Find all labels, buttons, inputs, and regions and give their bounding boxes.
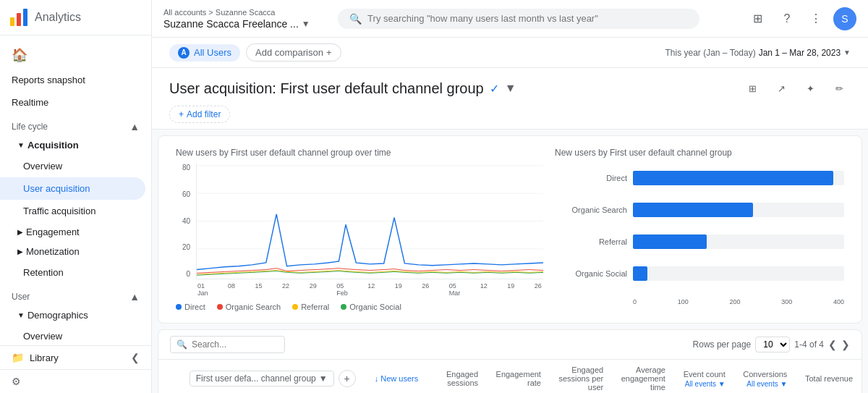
library-icon: 📁	[12, 352, 24, 363]
account-section: All accounts > Suzanne Scacca Suzanne Sc…	[163, 8, 310, 30]
engagement-expand-icon: ▶	[17, 228, 23, 236]
bar-x-200: 200	[729, 298, 740, 305]
conversions-sub[interactable]: All events ▼	[743, 380, 788, 388]
legend-label-referral: Referral	[301, 303, 329, 311]
bar-label-direct: Direct	[555, 174, 627, 182]
search-bar[interactable]: 🔍	[338, 9, 699, 29]
bar-x-100: 100	[678, 298, 689, 305]
page-title-text: User acquisition: First user default cha…	[169, 80, 484, 97]
demographics-group-label: Demographics	[27, 310, 88, 321]
main-content: All accounts > Suzanne Scacca Suzanne Sc…	[152, 0, 868, 393]
sidebar-item-library[interactable]: 📁 Library	[12, 352, 59, 363]
col-new-users: ↓ New users	[365, 360, 427, 393]
add-filter-bar: + Add filter	[152, 103, 868, 130]
page-content: A All Users Add comparison + This year (…	[152, 38, 868, 393]
bar-x-0: 0	[633, 298, 637, 305]
all-users-pill[interactable]: A All Users	[169, 44, 240, 62]
sidebar-label-overview: Overview	[23, 161, 62, 172]
x-label-jan29: 29	[310, 282, 317, 297]
share-button[interactable]: ↗	[770, 77, 793, 100]
table-search-input[interactable]	[192, 339, 278, 350]
sidebar-item-settings[interactable]: ⚙	[12, 376, 140, 387]
add-comparison-label: Add comparison	[255, 47, 323, 58]
account-chevron-icon: ▼	[302, 19, 310, 29]
x-label-feb26: 26	[422, 282, 429, 297]
sidebar-item-user-acquisition[interactable]: User acquisition	[0, 177, 145, 200]
avg-engagement-label: Averageengagementtime	[621, 365, 665, 392]
sidebar-item-realtime[interactable]: Realtime	[0, 91, 145, 114]
title-chevron-icon[interactable]: ▼	[505, 82, 516, 95]
x-label-mar12: 12	[480, 282, 488, 297]
grid-view-button[interactable]: ⊞	[741, 77, 764, 100]
bar-fill-direct	[633, 171, 833, 185]
breadcrumb: All accounts > Suzanne Scacca	[163, 8, 310, 17]
add-filter-button[interactable]: + Add filter	[169, 106, 230, 123]
event-count-label: Event count	[683, 370, 726, 379]
sidebar-group-monetization[interactable]: ▶ Monetization	[0, 242, 151, 261]
account-selector[interactable]: Suzanne Scacca Freelance ... ▼	[163, 18, 310, 30]
next-page-icon[interactable]: ❯	[841, 339, 850, 350]
avatar[interactable]: S	[833, 7, 856, 30]
help-icon[interactable]: ?	[775, 7, 799, 30]
rows-per-page-select[interactable]: 10 25 50	[755, 337, 790, 352]
bar-label-organic-search: Organic Search	[555, 206, 627, 214]
bar-chart-area: Direct Organic Search	[555, 164, 844, 308]
bar-track-organic-search	[633, 203, 844, 217]
y-label-0: 0	[176, 270, 190, 278]
bar-label-referral: Referral	[555, 237, 627, 246]
channel-group-btn[interactable]: First user defa... channel group ▼	[190, 371, 334, 386]
sidebar-item-demo-overview[interactable]: Overview	[0, 325, 145, 345]
apps-icon[interactable]: ⊞	[746, 7, 770, 30]
legend-dot-direct	[176, 304, 182, 310]
line-chart-svg	[196, 164, 543, 279]
x-label-mar26: 26	[535, 282, 542, 297]
sidebar-group-engagement[interactable]: ▶ Engagement	[0, 222, 151, 242]
legend-organic-social: Organic Social	[341, 303, 401, 311]
date-range-label: This year (Jan – Today)	[665, 48, 756, 58]
sidebar-item-retention[interactable]: Retention	[0, 261, 145, 284]
col-engaged-per-user: Engagedsessions peruser	[550, 360, 612, 393]
bar-label-organic-social: Organic Social	[555, 269, 627, 278]
event-count-sub[interactable]: All events ▼	[683, 380, 726, 388]
bar-row-organic-social: Organic Social	[555, 266, 844, 281]
breadcrumb-text: All accounts > Suzanne Scacca	[163, 8, 275, 17]
table-search-bar[interactable]: 🔍	[170, 336, 285, 353]
legend-dot-organic-social	[341, 304, 346, 310]
topbar: All accounts > Suzanne Scacca Suzanne Sc…	[152, 0, 868, 38]
sidebar-item-overview[interactable]: Overview	[0, 155, 145, 177]
sidebar-item-traffic-acquisition[interactable]: Traffic acquisition	[0, 200, 145, 222]
bar-x-400: 400	[833, 298, 844, 305]
channel-group-chevron: ▼	[319, 373, 328, 384]
prev-page-icon[interactable]: ❮	[828, 339, 837, 350]
add-comparison-plus-icon: +	[326, 47, 332, 58]
sidebar: Analytics 🏠 Reports snapshot Realtime Li…	[0, 0, 152, 393]
legend-dot-organic-search	[217, 304, 223, 310]
user-section-header[interactable]: User ▲	[0, 284, 151, 305]
page-title-container: User acquisition: First user default cha…	[169, 80, 516, 97]
x-label-mar05: 05Mar	[449, 282, 461, 297]
lifecycle-section-header[interactable]: Life cycle ▲	[0, 114, 151, 135]
user-section-label: User	[12, 292, 30, 302]
more-icon[interactable]: ⋮	[804, 7, 827, 30]
explore-button[interactable]: ✦	[799, 77, 822, 100]
x-label-feb12: 12	[367, 282, 375, 297]
sidebar-group-acquisition[interactable]: ▼ Acquisition	[0, 135, 151, 155]
sidebar-item-reports-snapshot[interactable]: Reports snapshot	[0, 69, 145, 91]
add-comparison-button[interactable]: Add comparison +	[246, 43, 341, 62]
app-name: Analytics	[35, 11, 81, 24]
legend-direct: Direct	[176, 303, 205, 311]
svg-rect-1	[17, 13, 21, 26]
conversions-label: Conversions	[743, 370, 788, 379]
sidebar-item-home[interactable]: 🏠	[0, 41, 145, 69]
y-label-20: 20	[176, 243, 190, 251]
search-input[interactable]	[367, 13, 688, 24]
bar-track-organic-social	[633, 266, 844, 281]
sidebar-header: Analytics	[0, 0, 151, 35]
bar-track-direct	[633, 171, 844, 185]
date-range[interactable]: This year (Jan – Today) Jan 1 – Mar 28, …	[665, 48, 851, 58]
add-column-button[interactable]: +	[339, 370, 356, 387]
user-pill-icon: A	[178, 47, 190, 59]
sidebar-collapse-btn[interactable]: ❮	[131, 352, 140, 363]
sidebar-group-demographics[interactable]: ▼ Demographics	[0, 305, 151, 325]
edit-button[interactable]: ✏	[827, 77, 851, 100]
